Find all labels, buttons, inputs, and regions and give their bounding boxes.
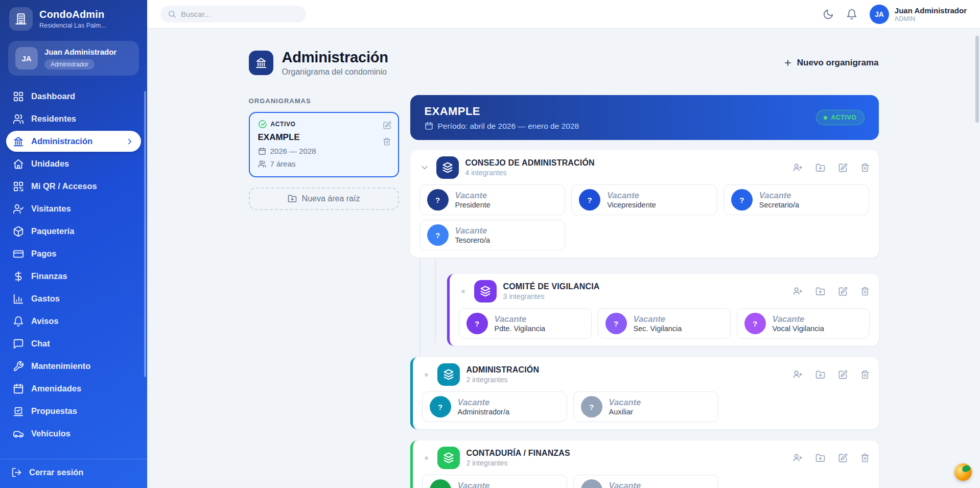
node-members-count: 4 integrantes <box>465 169 595 177</box>
logout-button[interactable]: Cerrar sesión <box>11 467 136 478</box>
member-card[interactable]: ?VacanteTesorero/a <box>419 220 566 250</box>
member-status: Vacante <box>609 481 641 488</box>
calendar-icon <box>13 383 24 394</box>
member-card[interactable]: ?VacanteJefe de Área <box>422 475 567 488</box>
sidebar-item-mantenimiento[interactable]: Mantenimiento <box>6 356 141 377</box>
sidebar-item-label: Propuestas <box>31 406 77 416</box>
member-card[interactable]: ?VacanteAuxiliar <box>573 391 718 422</box>
new-root-area-button[interactable]: Nueva área raíz <box>249 188 399 210</box>
sidebar-scrollbar[interactable] <box>144 91 146 377</box>
add-member-button[interactable] <box>793 453 803 463</box>
add-subarea-button[interactable] <box>815 453 825 463</box>
sidebar-item-pagos[interactable]: Pagos <box>6 243 141 264</box>
search-input[interactable] <box>181 10 299 18</box>
layers-icon <box>442 452 455 464</box>
topbar-user-menu[interactable]: JA Juan Administrador ADMIN <box>870 5 967 24</box>
check-circle-icon <box>258 120 267 129</box>
node-icon <box>474 280 497 303</box>
organigram-list-panel: ORGANIGRAMAS ACTIVO EXAMPLE 2026 — 2028 … <box>249 95 399 210</box>
member-card[interactable]: ?VacanteAdministrador/a <box>422 391 567 422</box>
folder-plus-icon <box>288 194 297 203</box>
notifications-button[interactable] <box>846 9 857 20</box>
delete-node-button[interactable] <box>860 370 870 379</box>
member-card[interactable]: ?VacanteVicepresidente <box>571 184 717 215</box>
sidebar-item-dashboard[interactable]: Dashboard <box>6 86 141 107</box>
member-card[interactable]: ?VacanteSecretario/a <box>724 184 870 215</box>
member-status: Vacante <box>495 314 546 324</box>
delete-node-button[interactable] <box>860 453 870 462</box>
member-role: Auxiliar <box>609 408 641 416</box>
member-card[interactable]: ?VacantePdte. Vigilancia <box>459 308 592 339</box>
member-card[interactable]: ?VacanteSec. Vigilancia <box>598 308 731 339</box>
brand-logo <box>9 7 33 31</box>
search-icon <box>168 10 176 18</box>
edit-node-button[interactable] <box>838 453 848 463</box>
collapse-node-button[interactable] <box>419 162 430 173</box>
sidebar-item-amenidades[interactable]: Amenidades <box>6 378 141 399</box>
brand: CondoAdmin Residencial Las Palm... <box>0 0 147 36</box>
sidebar-item-paqueteria[interactable]: Paquetería <box>6 221 141 242</box>
bell-icon <box>13 316 24 327</box>
theme-toggle-button[interactable] <box>823 9 834 20</box>
add-member-button[interactable] <box>793 370 803 380</box>
sidebar: CondoAdmin Residencial Las Palm... JA Ju… <box>0 0 147 488</box>
sidebar-item-vehiculos[interactable]: Vehículos <box>6 423 141 444</box>
edit-icon <box>838 163 848 173</box>
edit-node-button[interactable] <box>838 370 848 380</box>
sidebar-user-card[interactable]: JA Juan Administrador Administrador <box>8 41 139 76</box>
org-node-contaduria: CONTADURÍA / FINANZAS 2 integrantes <box>410 440 879 488</box>
sidebar-item-label: Visitantes <box>31 204 71 214</box>
bell-icon <box>846 9 857 20</box>
sidebar-item-administracion[interactable]: Administración <box>6 131 141 152</box>
member-card[interactable]: ?VacantePresidente <box>419 184 566 215</box>
sidebar-item-unidades[interactable]: Unidades <box>6 153 141 174</box>
node-header: ADMINISTRACIÓN 2 integrantes <box>422 363 870 386</box>
edit-node-button[interactable] <box>838 163 848 173</box>
sidebar-item-propuestas[interactable]: Propuestas <box>6 401 141 422</box>
user-plus-icon <box>793 287 803 296</box>
node-title: ADMINISTRACIÓN <box>466 365 540 375</box>
edit-organigram-button[interactable] <box>383 121 391 130</box>
layers-icon <box>479 285 492 297</box>
member-card[interactable]: ?VacanteAuxiliar <box>573 475 718 488</box>
main-area: JA Juan Administrador ADMIN Administraci… <box>147 0 980 488</box>
edit-node-button[interactable] <box>838 287 848 296</box>
sidebar-item-label: Unidades <box>31 159 69 169</box>
organigram-detail-panel: EXAMPLE Período: abril de 2026 — enero d… <box>410 95 879 488</box>
sidebar-item-gastos[interactable]: Gastos <box>6 288 141 309</box>
member-status: Vacante <box>455 226 491 236</box>
member-card[interactable]: ?VacanteVocal Vigilancia <box>737 308 870 339</box>
delete-organigram-button[interactable] <box>383 137 391 146</box>
delete-node-button[interactable] <box>860 163 870 172</box>
sidebar-item-label: Avisos <box>31 316 59 326</box>
member-role: Vicepresidente <box>607 201 656 209</box>
add-subarea-button[interactable] <box>815 163 825 173</box>
window-scrollbar[interactable] <box>975 36 979 123</box>
organigram-card-selected[interactable]: ACTIVO EXAMPLE 2026 — 2028 7 áreas <box>249 112 399 177</box>
package-icon <box>13 226 24 237</box>
sidebar-item-qr-accesos[interactable]: Mi QR / Accesos <box>6 176 141 197</box>
sidebar-item-avisos[interactable]: Avisos <box>6 311 141 332</box>
trash-icon <box>860 370 870 379</box>
chat-bubble-icon <box>13 338 24 350</box>
floating-widget[interactable] <box>954 463 972 481</box>
add-member-button[interactable] <box>793 163 803 173</box>
node-bullet <box>461 290 465 293</box>
member-role: Pdte. Vigilancia <box>495 324 546 333</box>
people-icon <box>13 113 24 125</box>
new-organigram-button[interactable]: Nuevo organigrama <box>783 58 879 68</box>
add-subarea-button[interactable] <box>815 287 825 296</box>
node-header: CONTADURÍA / FINANZAS 2 integrantes <box>422 447 870 469</box>
sidebar-item-visitantes[interactable]: Visitantes <box>6 198 141 219</box>
folder-plus-icon <box>815 163 825 173</box>
sidebar-item-finanzas[interactable]: Finanzas <box>6 266 141 287</box>
sidebar-item-label: Dashboard <box>31 91 75 101</box>
add-member-button[interactable] <box>793 287 803 296</box>
add-subarea-button[interactable] <box>815 370 825 380</box>
vacant-avatar: ? <box>605 313 627 334</box>
sidebar-item-chat[interactable]: Chat <box>6 333 141 354</box>
wrench-icon <box>13 361 24 372</box>
sidebar-item-residentes[interactable]: Residentes <box>6 108 141 129</box>
delete-node-button[interactable] <box>860 287 870 296</box>
vacant-avatar: ? <box>731 189 753 211</box>
